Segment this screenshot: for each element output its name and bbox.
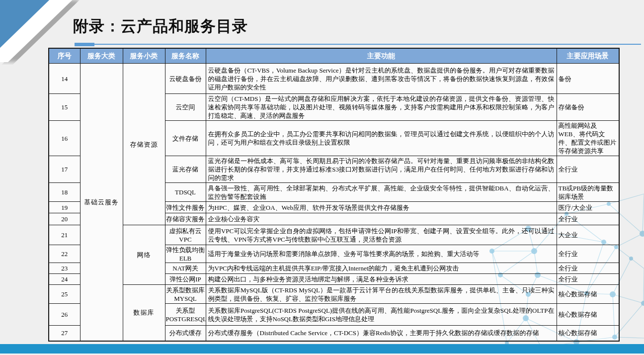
minor-category-cell: 数据库 (123, 285, 165, 341)
row-no: 20 (49, 213, 80, 225)
function-cell: 为VPC内和专线远端的主机提供共享EIP/带宽接入Internet的能力，避免主… (206, 263, 557, 274)
function-cell: 企业核心业务容灾 (206, 213, 557, 225)
row-no: 22 (49, 245, 80, 263)
scenario-cell: 核心数据存储 (557, 285, 619, 304)
title-underline-line (94, 44, 641, 45)
service-name-cell: 关系型数据库 MYSQL (165, 285, 206, 304)
service-name-cell: 弹性负载均衡 ELB (165, 245, 206, 263)
scenario-cell: 高性能网站及WEB、将代码文件、配置文件或图片等存储资源共享 (557, 121, 619, 156)
scenario-cell: 大企业 (557, 225, 619, 245)
scenario-cell: 存储备份 (557, 94, 619, 121)
scenario-cell: 备份 (557, 64, 619, 94)
service-name-cell: 弹性文件服务 (165, 202, 206, 213)
function-cell: 蓝光存储是一种低成本、高可靠、长周期且易于访问的冷数据存储产品。可针对海量、重要… (206, 156, 557, 183)
row-no: 26 (49, 304, 80, 326)
scenario-cell: 全行业 (557, 213, 619, 225)
service-name-cell: 弹性公网IP (165, 274, 206, 285)
col-header-minor: 服务小类 (123, 48, 165, 64)
major-category-cell: 基础云服务 (80, 64, 123, 341)
scenario-cell: 核心数据存储 (557, 304, 619, 326)
table-row: 14 基础云服务 存储资源 云硬盘备份 云硬盘备份（CT-VBS，Volume … (49, 64, 619, 94)
function-cell: 在拥有众多员工的企业中，员工办公需要共享和访问相同的数据集，管理员可以通过创建文… (206, 121, 557, 156)
service-name-cell: 云空间 (165, 94, 206, 121)
function-cell: 分布式缓存服务（Distributed Cache Service，CT-DCS… (206, 326, 557, 341)
function-cell: 构建公网出口，与多种业务资源灵活地绑定与解绑，满足各种业务诉求 (206, 274, 557, 285)
row-no: 27 (49, 326, 80, 341)
scenario-cell: 全行业 (557, 245, 619, 263)
title-underline-accent (75, 43, 94, 46)
col-header-major: 服务大类 (80, 48, 123, 64)
row-no: 17 (49, 156, 80, 183)
service-name-cell: 蓝光存储 (165, 156, 206, 183)
col-header-scenario: 主要应用场景 (557, 48, 619, 64)
bottom-accent-bar (0, 344, 644, 354)
table-header-row: 序号 服务大类 服务小类 服务名称 主要功能 主要应用场景 (49, 48, 619, 64)
col-header-name: 服务名称 (165, 48, 206, 64)
function-cell: 云硬盘备份（CT-VBS，Volume Backup Service）是针对云主… (206, 64, 557, 94)
scenario-cell: TB或PB级的海量数据库场景 (557, 183, 619, 202)
function-cell: 适用于海量业务访问场景和需要消除单点故障、业务可靠性要求高的场景，如抢购、重大活… (206, 245, 557, 263)
function-cell: 关系数据库PostgreSQL(CT-RDS PostgreSQL)提供在线的高… (206, 304, 557, 326)
service-name-cell: 关系型 POSTGRESQL (165, 304, 206, 326)
function-cell: 为HPC、媒资、企业OA、Web应用、软件开发等场景提供文件存储服务 (206, 202, 557, 213)
col-header-function: 主要功能 (206, 48, 557, 64)
service-name-cell: TDSQL (165, 183, 206, 202)
row-no: 25 (49, 285, 80, 304)
row-no: 15 (49, 94, 80, 121)
scenario-cell: 核心数据存储 (557, 326, 619, 341)
scenario-cell: 医疗/大企业 (557, 202, 619, 213)
service-name-cell: NAT网关 (165, 263, 206, 274)
row-no: 16 (49, 121, 80, 156)
function-cell: 云空间（CT-MDS）是一站式的网盘存储和应用解决方案，依托于本地化建设的存储资… (206, 94, 557, 121)
row-no: 18 (49, 183, 80, 202)
title-underline (75, 43, 641, 47)
table-row: 25 数据库 关系型数据库 MYSQL 关系数据库MySQL版（CT-RDS M… (49, 285, 619, 304)
service-name-cell: 虚拟私有云 VPC (165, 225, 206, 245)
row-no: 23 (49, 263, 80, 274)
service-name-cell: 存储容灾服务 (165, 213, 206, 225)
service-name-cell: 文件存储 (165, 121, 206, 156)
row-no: 21 (49, 225, 80, 245)
cloud-products-table: 序号 服务大类 服务小类 服务名称 主要功能 主要应用场景 14 基础云服务 存… (48, 48, 620, 342)
row-no: 24 (49, 274, 80, 285)
row-no: 19 (49, 202, 80, 213)
table-row: 21 网络 虚拟私有云 VPC 使用VPC可以完全掌握企业自身的虚拟网络，包括申… (49, 225, 619, 245)
minor-category-cell: 网络 (123, 225, 165, 285)
corner-decoration (0, 0, 80, 62)
scenario-cell: 全行业 (557, 274, 619, 285)
minor-category-cell: 存储资源 (123, 64, 165, 225)
function-cell: 使用VPC可以完全掌握企业自身的虚拟网络，包括申请弹性公网IP和带宽、创建子网、… (206, 225, 557, 245)
service-name-cell: 分布式缓存 (165, 326, 206, 341)
page-title: 附录：云产品和服务目录 (73, 16, 248, 37)
row-no: 14 (49, 64, 80, 94)
scenario-cell: 全行业 (557, 263, 619, 274)
function-cell: 具备强一致性、高可用性、全球部署架构、分布式水平扩展、高性能、企业级安全等特性，… (206, 183, 557, 202)
scenario-cell: 全行业 (557, 156, 619, 183)
function-cell: 关系数据库MySQL版（CT-RDS MySQL）是一款基于云计算平台的在线关系… (206, 285, 557, 304)
service-name-cell: 云硬盘备份 (165, 64, 206, 94)
